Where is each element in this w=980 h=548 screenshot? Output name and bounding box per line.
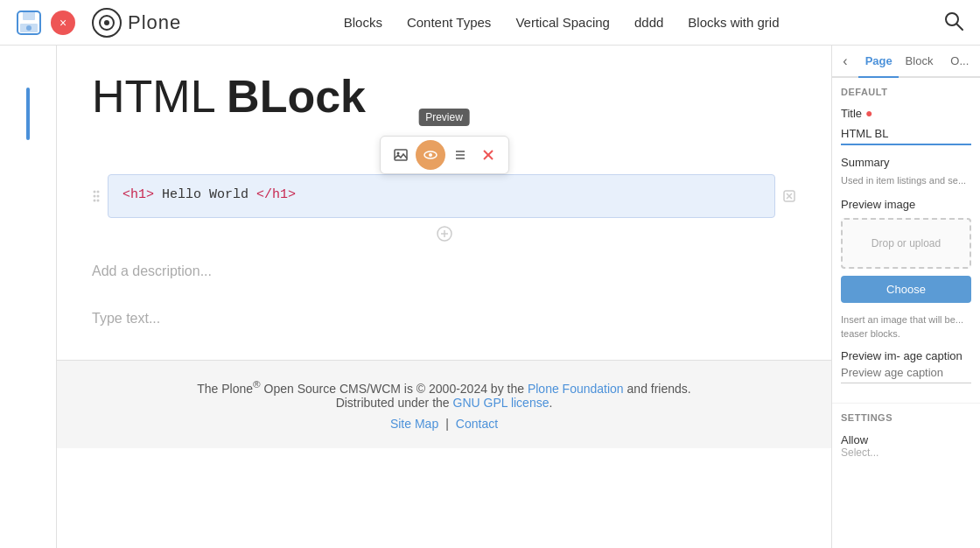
svg-point-21 <box>97 195 100 198</box>
block-drag-handle[interactable] <box>92 187 101 205</box>
image-dropzone[interactable]: Drop or upload <box>841 218 971 269</box>
add-icon <box>436 225 453 242</box>
tab-block[interactable]: Block <box>899 46 939 78</box>
summary-field: Summary Used in item listings and se... <box>841 156 971 187</box>
list-icon <box>453 148 467 162</box>
search-button[interactable] <box>942 9 966 37</box>
close-icon: × <box>60 16 66 30</box>
svg-point-20 <box>94 195 96 198</box>
code-editor[interactable]: <h1> Hello World </h1> <box>108 174 775 218</box>
svg-point-18 <box>94 191 96 193</box>
page-footer: The Plone® Open Source CMS/WCM is © 2000… <box>57 360 831 448</box>
nav-blocks[interactable]: Blocks <box>344 15 382 30</box>
footer-contact-link[interactable]: Contact <box>456 417 498 431</box>
code-content: <h1> <box>122 187 154 202</box>
nav-left: × Plone <box>14 7 181 39</box>
footer-sitemap-link[interactable]: Site Map <box>390 417 438 431</box>
nav-blocks-with-grid[interactable]: Blocks with grid <box>688 15 779 30</box>
tab-page[interactable]: Page <box>858 46 899 78</box>
right-panel: ‹ Page Block O... DEFAULT Title ● Summar… <box>831 46 980 548</box>
eye-icon <box>424 148 438 162</box>
footer-distributed: Distributed under the GNU GPL license. <box>92 396 796 410</box>
plone-logo: Plone <box>91 7 181 39</box>
main-content-area: HTML BLock Preview <box>57 46 831 548</box>
toolbar-image-btn[interactable] <box>388 142 414 168</box>
required-indicator: ● <box>865 106 872 120</box>
text-field[interactable]: Type text... <box>92 304 796 334</box>
save-icon <box>16 10 42 36</box>
code-block: Preview <box>92 174 796 242</box>
toolbar-close-btn[interactable] <box>475 142 501 168</box>
choose-image-button[interactable]: Choose <box>841 276 971 303</box>
toolbar-preview-btn[interactable] <box>416 140 445 170</box>
svg-rect-9 <box>395 150 407 160</box>
block-delete-handle[interactable] <box>782 189 796 203</box>
description-field[interactable]: Add a description... <box>92 256 796 286</box>
chevron-left-icon: ‹ <box>843 53 847 69</box>
preview-image-field: Preview image Drop or upload Choose <box>841 198 971 303</box>
panel-tabs: ‹ Page Block O... <box>832 46 980 78</box>
preview-image-label: Preview image <box>841 198 971 211</box>
drag-indicator <box>26 88 30 140</box>
allow-field: Allow Select... <box>832 428 980 464</box>
preview-caption-input[interactable] <box>841 362 971 383</box>
image-icon <box>394 148 408 162</box>
summary-hint: Used in item listings and se... <box>841 174 971 187</box>
main-navigation: Blocks Content Types Vertical Spacing dd… <box>344 15 780 30</box>
plone-logo-text: Plone <box>128 11 181 34</box>
footer-text: The Plone® Open Source CMS/WCM is © 2000… <box>92 378 796 396</box>
close-icon <box>482 149 494 161</box>
preview-caption-label: Preview im- age caption <box>841 349 971 362</box>
plone-logo-icon <box>91 7 122 39</box>
svg-point-3 <box>26 25 32 31</box>
tab-other[interactable]: O... <box>940 46 980 78</box>
preview-image-hint: Insert an image that will be... teaser b… <box>841 313 971 341</box>
nav-content-types[interactable]: Content Types <box>407 15 491 30</box>
footer-links: Site Map | Contact <box>92 417 796 431</box>
save-button[interactable] <box>14 8 44 38</box>
title-field: Title ● <box>841 106 971 145</box>
nav-dddd[interactable]: dddd <box>634 15 663 30</box>
panel-default-section: DEFAULT Title ● Summary Used in item lis… <box>832 78 980 404</box>
left-sidebar <box>0 46 57 548</box>
toolbar-tooltip: Preview <box>418 109 470 126</box>
svg-point-22 <box>94 200 96 202</box>
allow-label: Allow <box>841 433 971 446</box>
toolbar-list-btn[interactable] <box>447 142 473 168</box>
svg-point-23 <box>97 200 100 202</box>
search-icon <box>942 9 966 33</box>
summary-label: Summary <box>841 156 971 169</box>
settings-title: SETTINGS <box>832 404 980 428</box>
title-input[interactable] <box>841 123 971 145</box>
svg-point-6 <box>104 20 109 25</box>
block-toolbar: Preview <box>380 136 509 174</box>
add-block-handle[interactable] <box>92 225 796 242</box>
section-default-label: DEFAULT <box>841 87 971 97</box>
svg-rect-1 <box>23 11 35 20</box>
main-layout: HTML BLock Preview <box>0 46 980 548</box>
settings-section: SETTINGS Allow Select... <box>832 404 980 464</box>
preview-caption-field: Preview im- age caption <box>841 349 971 383</box>
nav-vertical-spacing[interactable]: Vertical Spacing <box>515 15 610 30</box>
title-label: Title ● <box>841 106 971 120</box>
panel-back-btn[interactable]: ‹ <box>832 46 858 76</box>
svg-point-12 <box>429 153 432 157</box>
svg-line-8 <box>956 24 962 30</box>
svg-point-19 <box>97 191 100 193</box>
allow-select[interactable]: Select... <box>841 446 971 459</box>
close-button[interactable]: × <box>51 11 75 35</box>
gpl-link[interactable]: GNU GPL license <box>453 396 550 410</box>
plone-foundation-link[interactable]: Plone Foundation <box>528 382 624 396</box>
top-navigation: × Plone Blocks Content Types Vertical Sp… <box>0 0 980 46</box>
